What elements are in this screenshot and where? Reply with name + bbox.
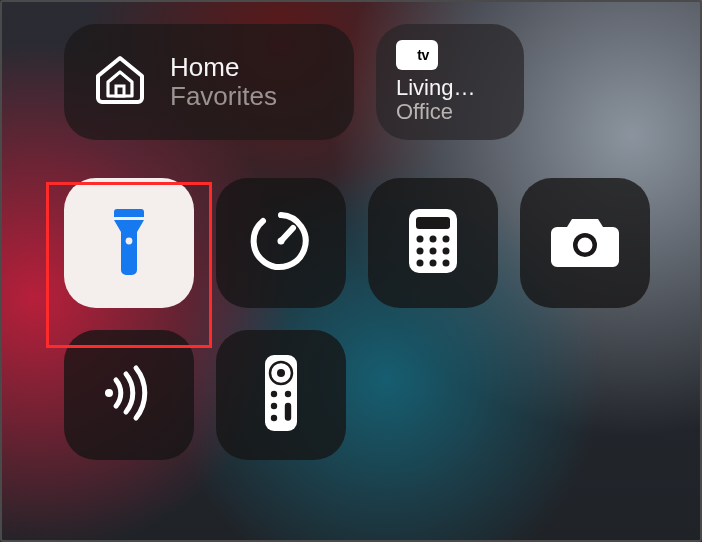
svg-point-24 — [271, 403, 277, 409]
home-tile[interactable]: Home Favorites — [64, 24, 354, 140]
row-1: Home Favorites tv Living… Office — [64, 24, 676, 140]
row-3 — [64, 330, 676, 460]
svg-rect-25 — [285, 403, 291, 421]
svg-point-15 — [443, 260, 450, 267]
apple-tv-badge-icon: tv — [396, 40, 438, 70]
calculator-tile[interactable] — [368, 178, 498, 308]
calculator-icon — [406, 207, 460, 279]
apple-tv-tile[interactable]: tv Living… Office — [376, 24, 524, 140]
svg-point-26 — [271, 415, 277, 421]
svg-point-22 — [271, 391, 277, 397]
apple-tv-line1: Living… — [396, 76, 475, 100]
home-tile-subtitle: Favorites — [170, 82, 277, 111]
svg-point-7 — [417, 236, 424, 243]
svg-point-17 — [578, 238, 593, 253]
svg-rect-19 — [265, 355, 297, 431]
svg-point-9 — [443, 236, 450, 243]
svg-rect-0 — [116, 86, 124, 96]
apple-tv-line2: Office — [396, 100, 475, 124]
svg-point-4 — [278, 238, 285, 245]
apple-tv-tile-text: Living… Office — [396, 76, 475, 124]
svg-point-10 — [417, 248, 424, 255]
svg-point-23 — [285, 391, 291, 397]
camera-tile[interactable] — [520, 178, 650, 308]
svg-rect-1 — [114, 217, 144, 220]
timer-tile[interactable] — [216, 178, 346, 308]
remote-icon — [264, 354, 298, 436]
home-tile-title: Home — [170, 53, 277, 82]
nfc-icon — [96, 360, 162, 430]
svg-point-13 — [417, 260, 424, 267]
row-2 — [64, 178, 676, 308]
flashlight-tile[interactable] — [64, 178, 194, 308]
svg-rect-6 — [416, 217, 450, 229]
svg-point-2 — [126, 238, 133, 245]
home-tile-text: Home Favorites — [170, 53, 277, 110]
svg-point-8 — [430, 236, 437, 243]
svg-point-21 — [277, 369, 285, 377]
svg-point-14 — [430, 260, 437, 267]
control-center-panel: Home Favorites tv Living… Office — [0, 0, 702, 542]
nfc-tile[interactable] — [64, 330, 194, 460]
timer-icon — [247, 207, 315, 279]
svg-point-12 — [443, 248, 450, 255]
camera-icon — [549, 213, 621, 273]
remote-tile[interactable] — [216, 330, 346, 460]
home-icon — [92, 52, 148, 112]
svg-point-11 — [430, 248, 437, 255]
flashlight-icon — [103, 205, 155, 281]
svg-point-18 — [105, 389, 113, 397]
